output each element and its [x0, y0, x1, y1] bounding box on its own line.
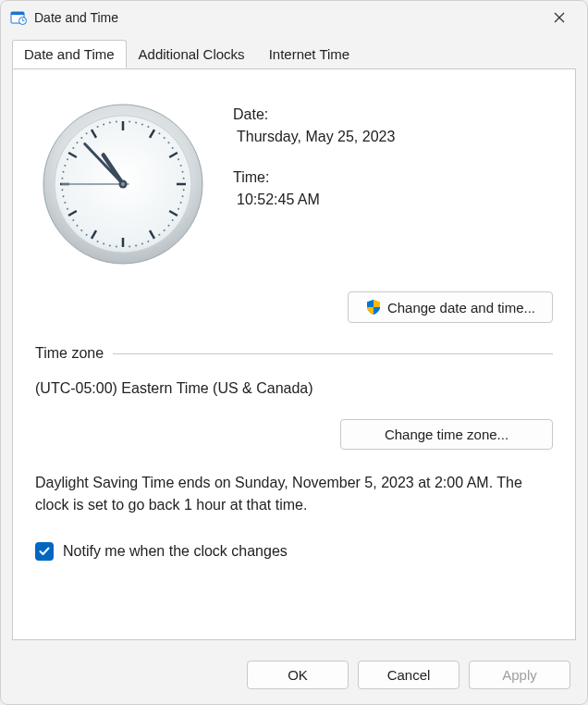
svg-point-24	[147, 126, 149, 128]
notify-checkbox-label: Notify me when the clock changes	[63, 543, 288, 560]
titlebar: Date and Time	[1, 1, 587, 34]
svg-point-38	[168, 225, 170, 227]
checkmark-icon	[38, 545, 51, 558]
tab-strip: Date and Time Additional Clocks Internet…	[1, 34, 587, 69]
svg-point-34	[182, 195, 184, 197]
tab-label: Date and Time	[24, 46, 115, 62]
button-label: Apply	[502, 667, 537, 683]
top-section: Date: Thursday, May 25, 2023 Time: 10:52…	[35, 92, 553, 277]
date-label: Date:	[233, 106, 553, 123]
change-date-time-button[interactable]: Change date and time...	[348, 291, 553, 323]
svg-point-53	[67, 208, 68, 210]
svg-point-43	[135, 245, 137, 247]
svg-point-45	[116, 246, 117, 248]
time-label: Time:	[233, 169, 553, 186]
svg-point-39	[164, 229, 165, 231]
svg-point-63	[80, 137, 82, 139]
notify-checkbox[interactable]	[35, 542, 54, 561]
svg-point-50	[80, 229, 82, 231]
svg-point-60	[67, 158, 68, 160]
button-label: Change date and time...	[387, 300, 535, 315]
svg-point-47	[103, 243, 104, 245]
tab-label: Internet Time	[269, 46, 350, 62]
timezone-section-title: Time zone	[35, 345, 104, 362]
svg-point-37	[172, 219, 174, 221]
svg-point-25	[158, 132, 160, 134]
dst-info-text: Daylight Saving Time ends on Sunday, Nov…	[35, 472, 553, 516]
svg-point-56	[61, 189, 63, 191]
date-time-icon	[10, 9, 27, 26]
svg-point-62	[77, 142, 79, 143]
svg-point-44	[129, 246, 130, 248]
svg-point-22	[135, 122, 137, 124]
svg-point-51	[77, 225, 79, 227]
svg-point-48	[97, 241, 99, 242]
apply-button[interactable]: Apply	[469, 661, 570, 689]
svg-point-28	[172, 147, 174, 149]
tab-date-and-time[interactable]: Date and Time	[12, 40, 127, 68]
analog-clock	[35, 92, 211, 277]
ok-button[interactable]: OK	[247, 661, 349, 689]
svg-point-64	[86, 132, 88, 134]
svg-point-67	[109, 122, 111, 124]
svg-rect-1	[11, 12, 24, 15]
svg-point-55	[63, 195, 65, 197]
svg-point-27	[168, 142, 170, 143]
svg-point-68	[116, 120, 117, 122]
dialog-footer: OK Cancel Apply	[1, 651, 587, 704]
tab-panel: Date: Thursday, May 25, 2023 Time: 10:52…	[12, 68, 576, 640]
svg-point-40	[158, 234, 160, 236]
change-timezone-button[interactable]: Change time zone...	[340, 419, 553, 450]
svg-point-57	[61, 178, 63, 179]
button-label: Cancel	[387, 667, 431, 683]
date-time-info: Date: Thursday, May 25, 2023 Time: 10:52…	[233, 92, 553, 277]
cancel-button[interactable]: Cancel	[358, 661, 459, 689]
svg-point-33	[183, 189, 185, 191]
shield-icon	[365, 299, 382, 315]
button-label: Change time zone...	[385, 427, 508, 442]
notify-checkbox-row[interactable]: Notify me when the clock changes	[35, 542, 553, 561]
window-title: Date and Time	[34, 10, 541, 25]
divider	[113, 353, 553, 354]
svg-point-35	[180, 202, 182, 204]
svg-point-26	[164, 137, 165, 139]
svg-point-70	[121, 182, 125, 186]
tab-internet-time[interactable]: Internet Time	[257, 40, 362, 68]
svg-point-41	[147, 241, 149, 242]
svg-point-59	[64, 165, 66, 167]
timezone-value: (UTC-05:00) Eastern Time (US & Canada)	[35, 380, 553, 397]
close-button[interactable]	[541, 5, 578, 31]
svg-point-32	[183, 178, 185, 179]
date-value: Thursday, May 25, 2023	[233, 129, 553, 145]
svg-point-58	[63, 171, 65, 173]
svg-point-29	[178, 158, 179, 160]
close-icon	[554, 12, 565, 23]
svg-point-36	[178, 208, 179, 210]
svg-point-66	[103, 123, 104, 125]
date-time-window: Date and Time Date and Time Additional C…	[0, 0, 588, 705]
svg-point-30	[180, 165, 182, 167]
svg-point-54	[64, 202, 66, 204]
svg-point-42	[141, 243, 143, 245]
timezone-section-header: Time zone	[35, 345, 553, 362]
tab-additional-clocks[interactable]: Additional Clocks	[127, 40, 257, 68]
svg-point-61	[72, 147, 74, 149]
svg-point-65	[97, 126, 99, 128]
button-label: OK	[288, 667, 308, 683]
svg-point-49	[86, 234, 88, 236]
time-value: 10:52:45 AM	[233, 192, 553, 208]
svg-point-31	[182, 171, 184, 173]
tab-label: Additional Clocks	[139, 46, 245, 62]
svg-point-52	[72, 219, 74, 221]
svg-point-23	[141, 123, 143, 125]
svg-point-21	[129, 120, 130, 122]
svg-point-46	[109, 245, 111, 247]
